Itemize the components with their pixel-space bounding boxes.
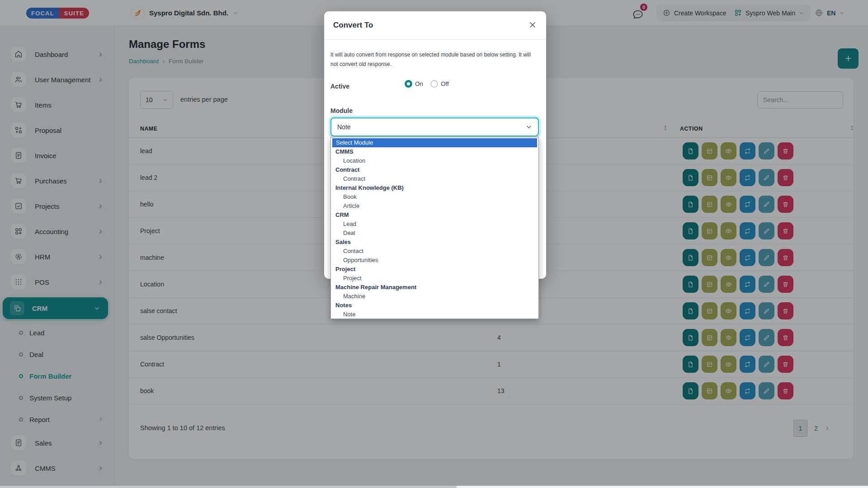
dropdown-option[interactable]: Contact: [331, 247, 538, 256]
scrollbar-thumb[interactable]: [0, 486, 457, 488]
dropdown-group-label: CRM: [331, 211, 538, 220]
dropdown-option[interactable]: Opportunities: [331, 256, 538, 265]
dropdown-group-options: Book Article: [331, 192, 538, 211]
dropdown-option[interactable]: Deal: [331, 229, 538, 238]
dropdown-group-options: Machine: [331, 292, 538, 301]
dropdown-group-options: Contact Opportunities: [331, 247, 538, 265]
dropdown-groups: CMMS Location Contract Contract: [331, 147, 538, 319]
dropdown-group: CMMS Location: [331, 147, 538, 165]
radio-off-label: Off: [441, 80, 449, 87]
module-field-label: Module: [330, 107, 353, 114]
dropdown-group: Machine Repair Management Machine: [331, 283, 538, 301]
dropdown-group-label: Project: [331, 265, 538, 274]
dropdown-group-options: Lead Deal: [331, 220, 538, 238]
dropdown-group-label: Contract: [331, 165, 538, 174]
dropdown-group-label: Machine Repair Management: [331, 283, 538, 292]
dropdown-option[interactable]: Note: [331, 310, 538, 319]
radio-on-label: On: [415, 80, 423, 87]
dropdown-option-selected[interactable]: Select Module: [332, 138, 537, 147]
dropdown-option[interactable]: Lead: [331, 220, 538, 229]
dropdown-group: Internal Knowledge (KB) Book Article: [331, 183, 538, 211]
dropdown-option[interactable]: Location: [331, 156, 538, 165]
dropdown-group-options: Note: [331, 310, 538, 319]
dropdown-group: Project Project: [331, 265, 538, 283]
modal-header: Convert To: [324, 11, 546, 40]
chevron-down-icon: [526, 124, 532, 130]
dropdown-group-label: Notes: [331, 301, 538, 310]
dropdown-group: CRM Lead Deal: [331, 211, 538, 238]
module-dropdown-list: Select Module CMMS Location Contract: [330, 137, 539, 319]
app-screen: FOCAL SUITE Syspro Digital Sdn. Bhd. 0 C…: [0, 0, 868, 488]
dropdown-group: Notes Note: [331, 301, 538, 319]
radio-off-unselected[interactable]: [430, 80, 438, 88]
dropdown-group-options: Location: [331, 156, 538, 165]
close-icon[interactable]: [528, 20, 537, 29]
dropdown-group-label: CMMS: [331, 147, 538, 156]
dropdown-group: Sales Contact Opportunities: [331, 238, 538, 265]
radio-on-selected[interactable]: [405, 80, 412, 88]
dropdown-option[interactable]: Contract: [331, 174, 538, 183]
dropdown-option[interactable]: Machine: [331, 292, 538, 301]
modal-title: Convert To: [333, 21, 373, 30]
dropdown-group: Contract Contract: [331, 165, 538, 183]
dropdown-group-label: Internal Knowledge (KB): [331, 183, 538, 192]
dropdown-group-options: Contract: [331, 174, 538, 183]
radio-option-off[interactable]: Off: [430, 80, 449, 88]
horizontal-scrollbar[interactable]: [0, 486, 868, 488]
radio-option-on[interactable]: On: [405, 80, 423, 88]
dropdown-option[interactable]: Book: [331, 192, 538, 202]
dropdown-group-label: Sales: [331, 238, 538, 247]
active-radio-group: On Off: [405, 80, 449, 88]
dropdown-option[interactable]: Article: [331, 202, 538, 211]
dropdown-group-options: Project: [331, 274, 538, 283]
dropdown-option[interactable]: Project: [331, 274, 538, 283]
module-select[interactable]: Note: [330, 117, 539, 136]
active-field-label: Active: [330, 83, 349, 90]
modal-description: It will auto convert from response on se…: [330, 50, 535, 69]
module-select-value: Note: [337, 123, 351, 131]
